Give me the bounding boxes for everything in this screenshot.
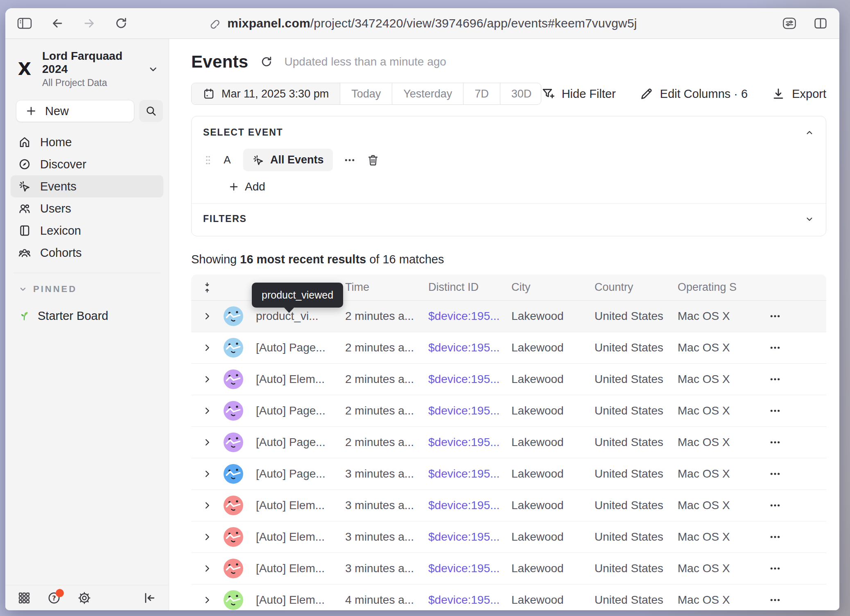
compass-icon bbox=[18, 158, 31, 171]
row-more-options-icon[interactable] bbox=[761, 404, 826, 417]
edit-columns-button[interactable]: Edit Columns · 6 bbox=[640, 87, 748, 101]
range-30d[interactable]: 30D bbox=[500, 83, 541, 104]
page-settings-icon[interactable] bbox=[781, 16, 798, 30]
sidebar-item-home[interactable]: Home bbox=[11, 131, 163, 153]
new-button[interactable]: New bbox=[16, 100, 134, 122]
select-event-section-header[interactable]: SELECT EVENT bbox=[203, 127, 814, 138]
table-row[interactable]: [Auto] Page... 2 minutes a... $device:19… bbox=[191, 395, 826, 427]
city: Lakewood bbox=[511, 373, 595, 386]
settings-gear-icon[interactable] bbox=[77, 591, 91, 605]
operating-system: Mac OS X bbox=[678, 436, 761, 449]
country: United States bbox=[595, 593, 678, 607]
back-button-icon[interactable] bbox=[50, 16, 64, 30]
event-avatar-icon bbox=[223, 337, 256, 358]
distinct-id-link[interactable]: $device:195... bbox=[428, 562, 511, 575]
split-view-icon[interactable] bbox=[813, 17, 828, 30]
pinned-section-header[interactable]: PINNED bbox=[5, 273, 169, 294]
distinct-id-link[interactable]: $device:195... bbox=[428, 467, 511, 480]
sidebar-item-cohorts[interactable]: Cohorts bbox=[11, 242, 163, 264]
distinct-id-link[interactable]: $device:195... bbox=[428, 499, 511, 512]
plus-icon bbox=[228, 181, 239, 192]
table-row[interactable]: [Auto] Elem... 4 minutes a... $device:19… bbox=[191, 584, 826, 610]
expand-row-chevron-icon[interactable] bbox=[191, 405, 223, 416]
collapse-rows-icon[interactable] bbox=[191, 282, 223, 293]
row-more-options-icon[interactable] bbox=[761, 436, 826, 449]
refresh-icon[interactable] bbox=[260, 55, 273, 68]
date-picker-button[interactable]: Mar 11, 2025 3:30 pm bbox=[192, 83, 340, 104]
row-more-options-icon[interactable] bbox=[761, 499, 826, 512]
column-time: Time bbox=[345, 281, 428, 294]
drag-handle-icon[interactable] bbox=[205, 155, 211, 165]
operating-system: Mac OS X bbox=[678, 310, 761, 323]
table-row[interactable]: [Auto] Elem... 3 minutes a... $device:19… bbox=[191, 521, 826, 553]
sidebar-item-discover[interactable]: Discover bbox=[11, 153, 163, 175]
add-event-button[interactable]: Add bbox=[228, 180, 814, 203]
table-row[interactable]: [Auto] Page... 2 minutes a... $device:19… bbox=[191, 332, 826, 364]
table-row[interactable]: [Auto] Page... 3 minutes a... $device:19… bbox=[191, 458, 826, 490]
row-more-options-icon[interactable] bbox=[761, 562, 826, 575]
event-more-options-icon[interactable] bbox=[344, 154, 356, 166]
row-more-options-icon[interactable] bbox=[761, 373, 826, 386]
range-yesterday[interactable]: Yesterday bbox=[392, 83, 463, 104]
expand-row-chevron-icon[interactable] bbox=[191, 500, 223, 511]
table-row[interactable]: [Auto] Elem... 3 minutes a... $device:19… bbox=[191, 490, 826, 521]
distinct-id-link[interactable]: $device:195... bbox=[428, 341, 511, 354]
sidebar-item-lexicon[interactable]: Lexicon bbox=[11, 220, 163, 242]
column-distinct-id: Distinct ID bbox=[428, 281, 511, 294]
reload-button-icon[interactable] bbox=[114, 16, 128, 30]
distinct-id-link[interactable]: $device:195... bbox=[428, 593, 511, 607]
help-icon[interactable]: ? bbox=[47, 591, 61, 605]
event-name: product_vi... bbox=[256, 310, 345, 323]
expand-row-chevron-icon[interactable] bbox=[191, 532, 223, 542]
search-button[interactable] bbox=[139, 100, 163, 122]
distinct-id-link[interactable]: $device:195... bbox=[428, 373, 511, 386]
expand-row-chevron-icon[interactable] bbox=[191, 469, 223, 479]
sidebar: X Lord Farquaad 2024 All Project Data Ne… bbox=[5, 39, 169, 610]
hide-filter-button[interactable]: Hide Filter bbox=[541, 87, 616, 101]
range-today[interactable]: Today bbox=[340, 83, 392, 104]
project-scope: All Project Data bbox=[42, 77, 140, 88]
forward-button-icon[interactable] bbox=[82, 16, 96, 30]
expand-row-chevron-icon[interactable] bbox=[191, 437, 223, 448]
filters-section-header[interactable]: FILTERS bbox=[203, 204, 814, 236]
row-more-options-icon[interactable] bbox=[761, 530, 826, 544]
chevron-up-icon[interactable] bbox=[805, 128, 814, 138]
event-selector-chip[interactable]: All Events bbox=[243, 149, 333, 171]
country: United States bbox=[595, 404, 678, 417]
sidebar-item-users[interactable]: Users bbox=[11, 197, 163, 220]
row-more-options-icon[interactable] bbox=[761, 467, 826, 480]
query-builder-card: SELECT EVENT A All Events bbox=[191, 116, 826, 236]
apps-grid-icon[interactable] bbox=[18, 591, 31, 605]
events-table: Time Distinct ID City Country Operating … bbox=[191, 274, 826, 610]
operating-system: Mac OS X bbox=[678, 467, 761, 480]
expand-row-chevron-icon[interactable] bbox=[191, 311, 223, 322]
project-switcher[interactable]: X Lord Farquaad 2024 All Project Data bbox=[5, 39, 169, 93]
distinct-id-link[interactable]: $device:195... bbox=[428, 404, 511, 417]
table-row[interactable]: [Auto] Elem... 2 minutes a... $device:19… bbox=[191, 364, 826, 395]
distinct-id-link[interactable]: $device:195... bbox=[428, 436, 511, 449]
sidebar-item-events[interactable]: Events bbox=[11, 175, 163, 197]
event-name: [Auto] Elem... bbox=[256, 373, 345, 386]
range-7d[interactable]: 7D bbox=[463, 83, 500, 104]
row-more-options-icon[interactable] bbox=[761, 310, 826, 323]
browser-sidebar-toggle-icon[interactable] bbox=[17, 17, 32, 30]
row-more-options-icon[interactable] bbox=[761, 593, 826, 607]
event-avatar-icon bbox=[223, 369, 256, 390]
chevron-down-icon[interactable] bbox=[805, 214, 814, 224]
distinct-id-link[interactable]: $device:195... bbox=[428, 530, 511, 544]
delete-event-trash-icon[interactable] bbox=[366, 154, 380, 167]
address-bar[interactable]: mixpanel.com/project/3472420/view/397469… bbox=[208, 16, 637, 30]
expand-row-chevron-icon[interactable] bbox=[191, 595, 223, 605]
country: United States bbox=[595, 310, 678, 323]
export-button[interactable]: Export bbox=[771, 87, 826, 101]
distinct-id-link[interactable]: $device:195... bbox=[428, 310, 511, 323]
sidebar-item-starter-board[interactable]: Starter Board bbox=[11, 305, 163, 326]
expand-row-chevron-icon[interactable] bbox=[191, 374, 223, 385]
expand-row-chevron-icon[interactable] bbox=[191, 342, 223, 353]
expand-row-chevron-icon[interactable] bbox=[191, 563, 223, 574]
row-more-options-icon[interactable] bbox=[761, 341, 826, 354]
collapse-sidebar-icon[interactable] bbox=[142, 591, 156, 605]
table-row[interactable]: [Auto] Page... 2 minutes a... $device:19… bbox=[191, 427, 826, 458]
operating-system: Mac OS X bbox=[678, 562, 761, 575]
table-row[interactable]: [Auto] Elem... 3 minutes a... $device:19… bbox=[191, 553, 826, 584]
